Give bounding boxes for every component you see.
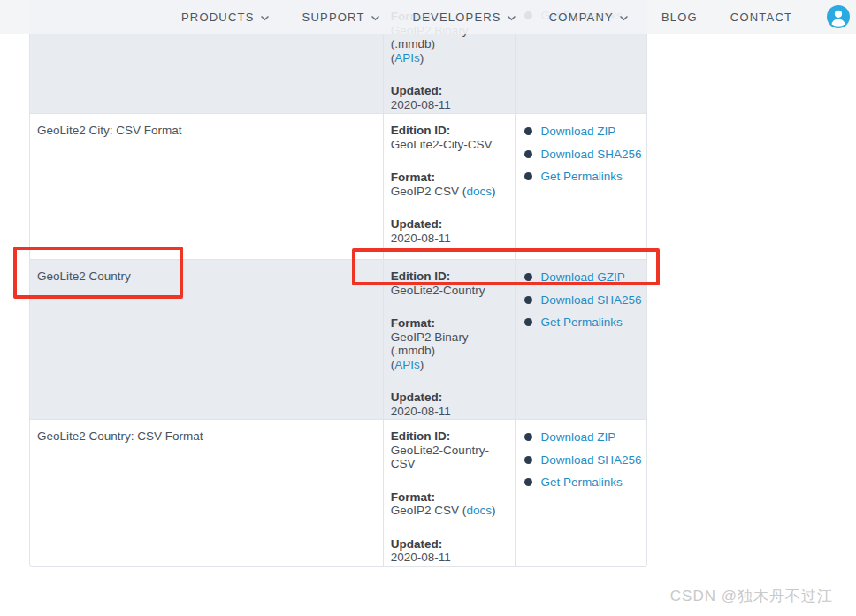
edition-name-cell: GeoLite2 Country <box>30 260 383 419</box>
bullet-icon <box>524 172 532 180</box>
format-label: Format: <box>391 171 512 185</box>
updated-value: 2020-08-11 <box>391 232 512 246</box>
bullet-icon <box>524 296 532 304</box>
updated-field: Updated: 2020-08-11 <box>391 217 512 245</box>
download-links-list: Download ZIPDownload SHA256Get Permalink… <box>524 430 645 490</box>
table-row: GeoLite2 Country: CSV Format Edition ID:… <box>30 419 646 566</box>
download-link-item: Get Permalinks <box>524 316 645 330</box>
format-label: Format: <box>391 491 512 505</box>
download-links-cell: Download ZIPDownload SHA256Get Permalink… <box>515 114 646 259</box>
format-field: Format: GeoIP2 CSV (docs) <box>391 491 512 518</box>
table-row: GeoLite2 City: CSV Format Edition ID: Ge… <box>30 113 646 259</box>
download-link[interactable]: Download SHA256 <box>540 148 641 162</box>
download-link-item: Get Permalinks <box>524 475 645 490</box>
nav-item-label: SUPPORT <box>302 11 365 24</box>
updated-value: 2020-08-11 <box>391 98 512 112</box>
table-row: GeoLite2 Country Edition ID: GeoLite2-Co… <box>30 259 646 419</box>
format-value: GeoIP2 Binary (.mmdb) (APIs) <box>391 331 512 372</box>
updated-field: Updated: 2020-08-11 <box>391 84 512 111</box>
edition-id-field: Edition ID: GeoLite2-City-CSV <box>391 124 512 151</box>
edition-name: GeoLite2 Country: CSV Format <box>37 430 374 443</box>
download-link-item: Download ZIP <box>524 125 645 139</box>
edition-details-cell: Edition ID: GeoLite2-Country Format: Geo… <box>383 260 516 419</box>
edition-name: GeoLite2 City: CSV Format <box>37 124 374 137</box>
user-account-icon[interactable] <box>827 5 850 28</box>
download-link-item: Download GZIP <box>524 270 645 285</box>
edition-name: GeoLite2 Country <box>37 270 374 283</box>
nav-item-label: BLOG <box>661 11 698 24</box>
edition-id-field: Edition ID: GeoLite2-Country-CSV <box>391 430 512 471</box>
chevron-down-icon <box>371 15 380 21</box>
watermark-text: CSDN @独木舟不过江 <box>670 586 833 606</box>
nav-right-cluster: SEARCH <box>827 5 856 28</box>
chevron-down-icon <box>260 15 270 21</box>
edition-id-label: Edition ID: <box>391 430 512 444</box>
nav-item-contact[interactable]: CONTACT <box>730 11 792 24</box>
nav-item-label: DEVELOPERS <box>413 11 501 24</box>
format-doc-link[interactable]: docs <box>466 504 492 517</box>
nav-item-label: PRODUCTS <box>181 11 255 24</box>
format-value: GeoIP2 CSV (docs) <box>391 185 512 199</box>
edition-id-value: GeoLite2-Country-CSV <box>391 444 512 471</box>
updated-value: 2020-08-11 <box>391 551 512 565</box>
nav-item-support[interactable]: SUPPORT <box>302 11 380 24</box>
download-link[interactable]: Download GZIP <box>540 270 624 285</box>
nav-item-company[interactable]: COMPANY <box>549 11 629 24</box>
format-text-close: ) <box>492 185 496 198</box>
edition-id-field: Edition ID: GeoLite2-Country <box>391 270 512 297</box>
format-text-close: ) <box>492 504 496 517</box>
download-link[interactable]: Get Permalinks <box>540 316 622 330</box>
nav-item-label: CONTACT <box>730 11 792 24</box>
top-navigation-bar: PRODUCTS SUPPORT DEVELOPERS COMPANY BLOG… <box>0 0 856 34</box>
download-link[interactable]: Get Permalinks <box>540 475 622 490</box>
nav-item-products[interactable]: PRODUCTS <box>181 11 270 24</box>
edition-id-label: Edition ID: <box>391 124 512 138</box>
format-text-close: ) <box>420 51 424 65</box>
edition-name-cell: GeoLite2 Country: CSV Format <box>30 420 383 566</box>
updated-value: 2020-08-11 <box>391 405 512 419</box>
chevron-down-icon <box>507 15 516 21</box>
format-value: GeoIP2 CSV (docs) <box>391 504 512 518</box>
edition-details-cell: Edition ID: GeoLite2-Country-CSV Format:… <box>383 420 516 566</box>
download-link[interactable]: Download ZIP <box>540 125 615 139</box>
updated-label: Updated: <box>391 537 512 551</box>
download-link-item: Download SHA256 <box>524 453 645 468</box>
download-links-cell: Download GZIPDownload SHA256Get Permalin… <box>515 260 646 419</box>
bullet-icon <box>524 456 532 464</box>
edition-id-value: GeoLite2-Country <box>391 284 512 298</box>
download-links-cell: Download ZIPDownload SHA256Get Permalink… <box>515 420 646 566</box>
download-link[interactable]: Download SHA256 <box>540 453 641 468</box>
download-link-item: Download SHA256 <box>524 148 645 162</box>
edition-id-value: GeoLite2-City-CSV <box>391 138 512 152</box>
bullet-icon <box>524 433 532 441</box>
updated-field: Updated: 2020-08-11 <box>391 537 512 565</box>
download-link[interactable]: Get Permalinks <box>540 170 622 184</box>
format-label: Format: <box>391 316 512 331</box>
bullet-icon <box>524 273 532 281</box>
download-link-item: Download ZIP <box>524 430 645 445</box>
format-doc-link[interactable]: APIs <box>394 51 420 65</box>
bullet-icon <box>524 127 532 135</box>
download-link-item: Download SHA256 <box>524 293 645 308</box>
nav-item-label: COMPANY <box>549 11 614 24</box>
download-link-item: Get Permalinks <box>524 170 645 184</box>
bullet-icon <box>524 478 532 486</box>
nav-menu: PRODUCTS SUPPORT DEVELOPERS COMPANY BLOG… <box>181 11 825 24</box>
edition-name-cell: GeoLite2 City: CSV Format <box>30 114 383 259</box>
edition-details-cell: Edition ID: GeoLite2-City-CSV Format: Ge… <box>383 114 516 259</box>
nav-item-blog[interactable]: BLOG <box>661 11 698 24</box>
download-link[interactable]: Download SHA256 <box>540 293 641 308</box>
format-field: Format: GeoIP2 Binary (.mmdb) (APIs) <box>391 316 512 371</box>
updated-field: Updated: 2020-08-11 <box>391 391 512 418</box>
format-doc-link[interactable]: docs <box>466 185 492 198</box>
format-doc-link[interactable]: APIs <box>394 358 420 371</box>
download-link[interactable]: Download ZIP <box>540 430 615 445</box>
nav-item-developers[interactable]: DEVELOPERS <box>413 11 516 24</box>
chevron-down-icon <box>619 15 629 21</box>
format-text-close: ) <box>420 358 424 371</box>
updated-label: Updated: <box>391 391 512 405</box>
edition-id-label: Edition ID: <box>391 270 512 284</box>
format-text: GeoIP2 CSV ( <box>391 185 467 198</box>
format-field: Format: GeoIP2 CSV (docs) <box>391 171 512 198</box>
download-links-list: Download ZIPDownload SHA256Get Permalink… <box>524 125 645 184</box>
